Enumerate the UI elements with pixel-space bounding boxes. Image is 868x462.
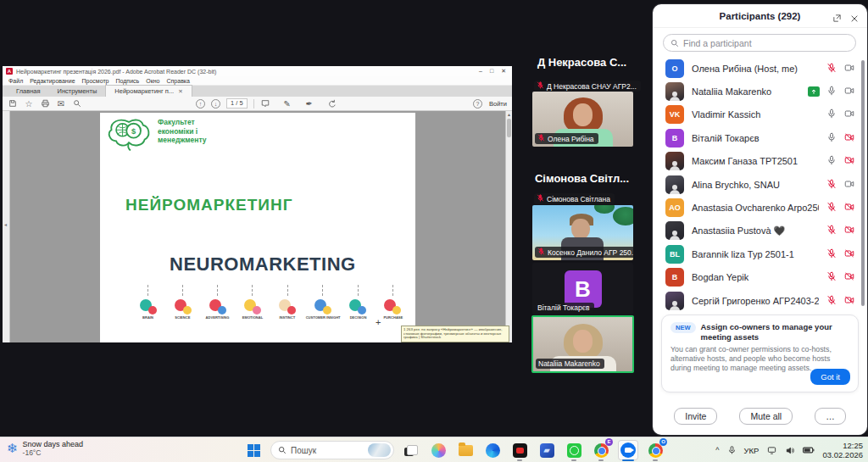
more-options-button[interactable]: … — [815, 408, 846, 425]
tab-home[interactable]: Главная — [8, 86, 49, 97]
comment-icon[interactable] — [260, 98, 270, 109]
acrobat-tabbar: Главная Инструменты Нейромаркетинг п... … — [3, 86, 512, 97]
save-icon[interactable] — [8, 98, 18, 109]
participant-row[interactable]: OОлена Рибіна (Host, me) — [653, 57, 867, 80]
video-tile-nataliia-makarenko-active[interactable]: Nataliia Makarenko — [531, 315, 634, 373]
close-panel-icon[interactable] — [850, 11, 859, 26]
mic-status-icon[interactable] — [826, 200, 837, 215]
file-explorer-button[interactable] — [455, 440, 476, 460]
signature-icon[interactable]: ✒ — [304, 98, 314, 109]
participant-row[interactable]: Anastasiia Pustovà 🖤 — [653, 220, 867, 242]
menu-item[interactable]: Подпись — [116, 78, 140, 84]
participant-search[interactable] — [663, 34, 856, 52]
help-icon[interactable]: ? — [473, 99, 482, 109]
task-view-button[interactable] — [401, 440, 421, 460]
participants-title: Participants (292) — [720, 11, 801, 21]
invite-button[interactable]: Invite — [674, 408, 717, 425]
camera-status-icon[interactable] — [843, 200, 855, 215]
whatsapp-button[interactable] — [564, 440, 584, 460]
battery-tray-icon[interactable] — [803, 446, 815, 454]
prev-page-icon[interactable]: ↑ — [196, 99, 205, 109]
zoom-search-icon[interactable] — [72, 98, 82, 109]
mic-status-icon[interactable] — [826, 61, 837, 76]
search-input[interactable] — [683, 38, 849, 48]
popout-icon[interactable] — [832, 11, 842, 26]
camera-status-icon[interactable] — [843, 270, 855, 285]
email-icon[interactable]: ✉ — [56, 98, 66, 109]
mic-status-icon[interactable] — [826, 270, 837, 285]
participant-row[interactable]: BLBarannik liza Typ 2501-1 — [653, 242, 867, 265]
video-tile-vitalii-tokarev[interactable]: B Віталій Токарєв — [532, 263, 633, 315]
mic-status-icon[interactable] — [826, 107, 837, 122]
mic-status-icon[interactable] — [826, 293, 837, 309]
taskbar-search[interactable]: Пошук — [270, 441, 394, 459]
camera-status-icon[interactable] — [843, 61, 855, 76]
participant-row[interactable]: BВіталій Токарєв — [653, 126, 867, 149]
zoom-app-button[interactable] — [618, 440, 638, 460]
participant-row[interactable]: Сергій Григоренко АГР2403-2 — [653, 289, 867, 312]
microphone-tray-icon[interactable] — [727, 445, 737, 455]
video-tile-olena-rybina[interactable]: Олена Рибіна — [532, 92, 633, 147]
menu-item[interactable]: Справка — [167, 78, 190, 84]
participant-row[interactable]: Nataliia Makarenko — [653, 80, 867, 103]
minimize-button[interactable]: – — [479, 68, 482, 75]
next-page-icon[interactable]: ↓ — [211, 99, 220, 109]
star-icon[interactable]: ☆ — [24, 98, 34, 109]
pencil-icon[interactable]: ✎ — [282, 98, 292, 109]
mute-all-button[interactable]: Mute all — [739, 408, 793, 425]
menu-item[interactable]: Файл — [8, 78, 23, 84]
mic-status-icon[interactable] — [826, 153, 837, 169]
chrome-profile2-button[interactable]: O — [645, 440, 665, 460]
menu-item[interactable]: Просмотр — [82, 78, 109, 84]
display-tray-icon[interactable] — [766, 446, 777, 455]
maximize-button[interactable]: □ — [490, 68, 493, 75]
edge-button[interactable] — [482, 440, 503, 460]
camera-status-icon[interactable] — [843, 177, 855, 192]
camera-status-icon[interactable] — [843, 107, 855, 122]
participant-row[interactable]: BBogdan Yepik — [653, 266, 867, 289]
mic-status-icon[interactable] — [826, 84, 837, 99]
sign-in-button[interactable]: Войти — [489, 100, 507, 108]
participant-row[interactable]: AOAnastasia Ovcharenko Arpo2502-1 — [653, 196, 867, 219]
document-scrollbar[interactable]: ▲ — [505, 111, 512, 342]
blue-app-button[interactable]: ▰ — [537, 440, 557, 460]
search-highlight-image[interactable] — [368, 443, 391, 457]
participants-scrollbar[interactable] — [861, 60, 865, 306]
fill-sign-icon[interactable] — [326, 98, 337, 109]
start-button[interactable] — [243, 440, 264, 460]
screen-recorder-button[interactable] — [509, 440, 530, 460]
camera-status-icon[interactable] — [843, 84, 855, 99]
page-indicator[interactable]: 1 / 5 — [226, 98, 248, 109]
blue-app-icon: ▰ — [540, 443, 554, 458]
mic-status-icon[interactable] — [826, 247, 837, 262]
participant-tile-big-name: Сімонова Світл... — [513, 172, 651, 185]
clock[interactable]: 12:25 03.02.2026 — [822, 441, 863, 459]
copilot-button[interactable] — [428, 440, 448, 460]
menu-item[interactable]: Окно — [146, 78, 159, 84]
camera-status-icon[interactable] — [843, 293, 855, 309]
language-indicator[interactable]: УКР — [744, 446, 760, 455]
close-button[interactable]: ✕ — [501, 68, 506, 75]
camera-status-icon[interactable] — [843, 223, 855, 238]
participant-row[interactable]: VKVladimir Kassich — [653, 103, 867, 126]
mic-status-icon[interactable] — [826, 177, 837, 192]
tab-document[interactable]: Нейромаркетинг п... ✕ — [105, 85, 192, 97]
camera-status-icon[interactable] — [843, 247, 855, 262]
video-tile-kosenko-danylo[interactable]: Косенко Данило АГР 250.. — [532, 205, 633, 260]
participant-row[interactable]: Alina Brychko, SNAU — [653, 173, 867, 196]
tab-tools[interactable]: Инструменты — [49, 86, 106, 97]
navigation-pane-strip[interactable]: ◂ — [3, 111, 10, 342]
tray-chevron-icon[interactable]: ^ — [715, 446, 719, 454]
got-it-button[interactable]: Got it — [810, 369, 850, 385]
chrome-profile1-button[interactable]: E — [591, 440, 611, 460]
mic-status-icon[interactable] — [826, 223, 837, 238]
tab-close-icon[interactable]: ✕ — [178, 88, 182, 95]
camera-status-icon[interactable] — [843, 153, 855, 169]
mic-status-icon[interactable] — [826, 131, 837, 146]
print-icon[interactable] — [40, 98, 50, 109]
speaker-tray-icon[interactable] — [785, 446, 795, 455]
camera-status-icon[interactable] — [843, 131, 855, 146]
participant-row[interactable]: Максим Ганаза ТРТ2501 — [653, 150, 867, 173]
menu-item[interactable]: Редактирование — [30, 78, 75, 84]
weather-widget[interactable]: ❄ Snow days ahead -16°C — [7, 440, 83, 457]
